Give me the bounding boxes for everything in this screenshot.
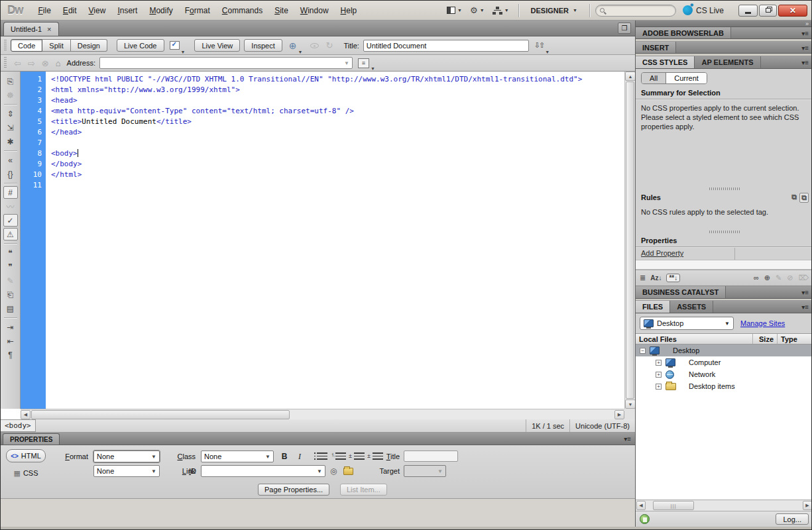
select-parent-tag-icon[interactable]: «	[3, 153, 18, 167]
tag-selector[interactable]: <body>	[1, 419, 36, 432]
browserlab-tab[interactable]: ADOBE BROWSERLAB	[636, 27, 731, 38]
point-to-file-icon[interactable]: ◎	[330, 466, 337, 476]
code-line-5[interactable]: <title>Untitled Document</title>	[51, 117, 624, 127]
info-bar-icon[interactable]: ⚠	[3, 228, 18, 240]
bold-button[interactable]: B	[278, 450, 291, 462]
attach-style-sheet-icon[interactable]: ∞	[754, 274, 759, 282]
new-css-rule-icon[interactable]: ⊕	[764, 274, 770, 282]
format-dropdown[interactable]: None ▼	[93, 450, 160, 462]
tab-css-styles[interactable]: CSS STYLES	[636, 56, 695, 68]
tree-row-computer[interactable]: + Computer	[636, 356, 812, 368]
split-view-button[interactable]: Split	[42, 39, 70, 52]
extend-dreamweaver-button[interactable]: ⚙ ▼	[466, 5, 489, 16]
tab-ap-elements[interactable]: AP ELEMENTS	[695, 56, 760, 68]
panel-menu-icon[interactable]: ▾≡	[801, 289, 809, 296]
menu-insert[interactable]: Insert	[111, 3, 143, 18]
page-properties-button[interactable]: Page Properties...	[258, 484, 329, 496]
menu-commands[interactable]: Commands	[216, 3, 268, 18]
scrollbar-thumb[interactable]	[626, 81, 634, 399]
toolbar-grip[interactable]	[4, 57, 7, 69]
scrollbar-thumb[interactable]	[31, 410, 290, 419]
menu-window[interactable]: Window	[294, 3, 335, 18]
restore-button[interactable]	[759, 5, 777, 17]
outdent-icon[interactable]	[354, 452, 365, 460]
format-source-code-icon[interactable]: ¶	[3, 348, 18, 362]
toolbar-grip[interactable]	[4, 40, 7, 52]
italic-button[interactable]: I	[293, 450, 306, 462]
business-catalyst-panel-header[interactable]: BUSINESS CATALYST ▾≡	[636, 286, 812, 299]
cascade-windows-button[interactable]: ❐	[618, 23, 631, 34]
expand-toggle-icon[interactable]: +	[656, 372, 662, 378]
show-current-rule-icon[interactable]: ⧉	[799, 193, 809, 203]
document-title-input[interactable]	[363, 40, 529, 52]
tree-row-desktop-items[interactable]: + Desktop items	[636, 380, 812, 392]
address-input[interactable]: ▼	[99, 57, 353, 69]
close-tab-icon[interactable]: ×	[47, 25, 51, 33]
code-line-1[interactable]: <!DOCTYPE html PUBLIC "-//W3C//DTD XHTML…	[51, 74, 624, 85]
code-line-10[interactable]: </html>	[51, 170, 624, 180]
apply-comment-icon[interactable]: ❝	[3, 246, 18, 260]
code-line-6[interactable]: </head>	[51, 127, 624, 138]
open-documents-icon[interactable]: ⎘	[3, 74, 18, 88]
view-options-icon[interactable]: ≡	[358, 58, 369, 68]
html-mode-button[interactable]: <> HTML	[6, 449, 46, 462]
expand-toggle-icon[interactable]: +	[656, 384, 662, 390]
site-menu-button[interactable]: ▼	[489, 5, 513, 17]
scrollbar-thumb[interactable]: |||	[653, 501, 694, 510]
show-cascade-icon[interactable]: ⧉	[791, 193, 797, 203]
files-horizontal-scrollbar[interactable]: ◀ ||| ▶	[636, 500, 812, 511]
tree-row-desktop[interactable]: − Desktop	[636, 344, 812, 356]
link-combo[interactable]: ▼	[201, 465, 325, 477]
remove-comment-icon[interactable]: ❞	[3, 260, 18, 274]
insert-tab[interactable]: INSERT	[636, 42, 676, 53]
panel-menu-icon[interactable]: ▾≡	[801, 30, 809, 37]
menu-edit[interactable]: Edit	[57, 3, 83, 18]
column-type[interactable]: Type	[778, 334, 812, 344]
scroll-down-icon[interactable]: ▼	[625, 399, 636, 409]
code-line-8[interactable]: <body>	[51, 148, 624, 159]
browserlab-panel-header[interactable]: ADOBE BROWSERLAB ▾≡	[636, 27, 812, 39]
scroll-left-icon[interactable]: ◀	[636, 501, 646, 510]
live-code-button[interactable]: Live Code	[117, 39, 164, 52]
scroll-right-icon[interactable]: ▶	[614, 410, 624, 419]
site-dropdown[interactable]: Desktop ▼	[640, 317, 734, 330]
column-local-files[interactable]: Local Files	[636, 334, 753, 344]
menu-format[interactable]: Format	[179, 3, 216, 18]
panel-menu-icon[interactable]: ▾≡	[624, 435, 631, 443]
collapse-selection-icon[interactable]: ⇲	[3, 121, 18, 134]
tab-assets[interactable]: ASSETS	[670, 301, 713, 313]
current-mode-button[interactable]: Current	[666, 73, 707, 83]
balance-braces-icon[interactable]: {}	[3, 167, 18, 181]
css-mode-button[interactable]: ▦ CSS	[6, 466, 46, 480]
menu-view[interactable]: View	[83, 3, 112, 18]
section-resize-handle[interactable]	[636, 186, 812, 192]
menu-site[interactable]: Site	[268, 3, 294, 18]
title-attr-input[interactable]	[404, 450, 458, 462]
properties-tab[interactable]: PROPERTIES	[3, 433, 60, 445]
unordered-list-icon[interactable]	[317, 452, 327, 460]
scroll-left-icon[interactable]: ◀	[21, 410, 30, 419]
section-resize-handle[interactable]	[636, 229, 812, 236]
expand-toggle-icon[interactable]: +	[656, 360, 662, 366]
search-input[interactable]	[595, 5, 676, 17]
document-tab[interactable]: Untitled-1 ×	[3, 22, 59, 36]
log-button[interactable]: Log...	[776, 513, 809, 525]
add-property-link[interactable]: Add Property	[641, 249, 683, 257]
ordered-list-icon[interactable]	[335, 452, 346, 460]
layout-switcher-button[interactable]: ▼	[443, 5, 466, 16]
tab-files[interactable]: FILES	[636, 301, 670, 313]
code-line-9[interactable]: </body>	[51, 159, 624, 170]
insert-panel-header[interactable]: INSERT ▾≡	[636, 42, 812, 54]
business-catalyst-tab[interactable]: BUSINESS CATALYST	[636, 286, 726, 298]
show-category-view-icon[interactable]: ≣	[640, 274, 646, 282]
horizontal-scrollbar[interactable]: ◀ ▶	[21, 409, 624, 419]
collapse-full-tag-icon[interactable]: ⇕	[3, 107, 18, 121]
show-set-properties-icon[interactable]: **↓	[666, 274, 680, 282]
check-browser-compatibility-icon[interactable]	[170, 41, 180, 50]
live-view-button[interactable]: Live View	[194, 39, 240, 52]
expand-all-icon[interactable]: ✱	[3, 134, 18, 148]
recent-snippets-icon[interactable]: ⎗	[3, 288, 18, 301]
vertical-scrollbar[interactable]: ▲ ▼	[624, 72, 635, 409]
id-dropdown[interactable]: None ▼	[93, 465, 160, 477]
line-numbers-icon[interactable]: #	[3, 186, 18, 199]
